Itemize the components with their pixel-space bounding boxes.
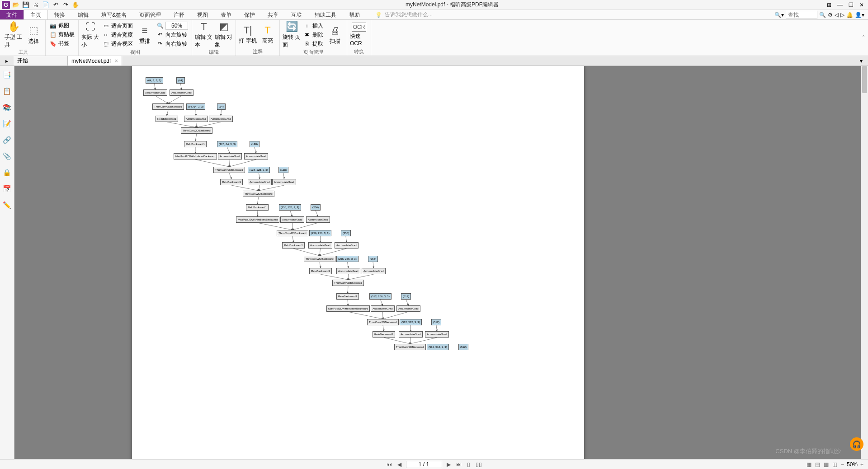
extract-page-button[interactable]: ⎘提取	[302, 39, 324, 48]
tab-connect[interactable]: 互联	[285, 10, 308, 19]
tab-organize[interactable]: 页面管理	[133, 10, 167, 19]
tab-comment[interactable]: 注释	[167, 10, 191, 19]
clipboard-button[interactable]: 📋剪贴板	[48, 30, 75, 39]
actual-size-button[interactable]: ⛶实际 大小	[81, 21, 99, 49]
group-tools-label: 工具	[5, 49, 42, 55]
group-view-label: 视图	[81, 49, 189, 55]
group-page-label: 页面管理	[283, 49, 344, 55]
bookmark-button[interactable]: 🔖书签	[48, 39, 75, 48]
hand-tool-button[interactable]: ✋手型 工具	[5, 21, 23, 49]
app-logo: G	[2, 1, 10, 9]
document-tab-bar: ▸ 开始 myNetModel.pdf× ▾	[0, 56, 868, 66]
tab-start[interactable]: 开始	[14, 56, 68, 66]
ribbon-opts-icon[interactable]: ⊞	[825, 2, 834, 8]
search-go-icon[interactable]: 🔍	[819, 12, 826, 18]
scan-button[interactable]: 🖨扫描	[326, 21, 344, 49]
group-convert-label: 转换	[350, 48, 368, 55]
reflow-button[interactable]: ≡重排	[136, 21, 154, 49]
typewriter-button[interactable]: T|打 字机	[239, 21, 257, 48]
sidepanel-toggle[interactable]: ▸	[0, 56, 14, 66]
tab-file[interactable]: 文件	[0, 10, 24, 19]
scroll-mode-toggle[interactable]: ▾	[854, 56, 868, 66]
close-button[interactable]: ✕	[857, 2, 866, 8]
ocr-button[interactable]: OCR快速 OCR	[350, 21, 368, 48]
quick-access-toolbar: G 📂 💾 🖨 📄 ↶ ↷ ✋ myNetModel.pdf - 福昕高级PDF…	[0, 0, 868, 10]
redo-button[interactable]: ↷	[61, 1, 70, 9]
fit-page-button[interactable]: ▭适合页面	[101, 21, 134, 30]
ribbon-tabs: 文件 主页 转换 编辑 填写&签名 页面管理 注释 视图 表单 保护 共享 互联…	[0, 10, 868, 20]
new-doc-button[interactable]: 📄	[42, 1, 50, 9]
tab-help[interactable]: 帮助	[343, 10, 366, 19]
group-comment-label: 注释	[239, 48, 277, 55]
tab-home[interactable]: 主页	[24, 10, 48, 19]
open-button[interactable]: 📂	[12, 1, 20, 9]
delete-page-button[interactable]: ✖删除	[302, 30, 324, 39]
rotate-page-button[interactable]: 🔄旋转 页面	[283, 21, 301, 49]
select-tool-button[interactable]: ⬚选择	[24, 21, 42, 49]
search-input[interactable]	[786, 11, 817, 19]
edit-object-button[interactable]: ◩编辑 对象	[215, 21, 233, 49]
maximize-button[interactable]: ❐	[846, 2, 855, 8]
fit-width-button[interactable]: ↔适合宽度	[101, 30, 134, 39]
collapse-ribbon-button[interactable]: ˄	[859, 20, 868, 56]
edit-text-button[interactable]: T编辑 文本	[195, 21, 213, 49]
tab-fill-sign[interactable]: 填写&签名	[95, 10, 133, 19]
nav-fwd-icon[interactable]: ▷	[840, 12, 844, 18]
group-edit-label: 编辑	[195, 49, 233, 55]
save-button[interactable]: 💾	[22, 1, 30, 9]
snapshot-button[interactable]: 📷截图	[48, 21, 75, 30]
settings-icon[interactable]: ⚙	[828, 12, 833, 18]
print-button[interactable]: 🖨	[32, 1, 40, 9]
minimize-button[interactable]: —	[835, 2, 844, 8]
tab-edit[interactable]: 编辑	[71, 10, 95, 19]
tab-document[interactable]: myNetModel.pdf×	[68, 56, 122, 66]
highlight-button[interactable]: T高亮	[259, 21, 277, 48]
nav-back-icon[interactable]: ◁	[835, 12, 839, 18]
insert-page-button[interactable]: ＋插入	[302, 21, 324, 30]
close-tab-icon[interactable]: ×	[115, 58, 118, 64]
tab-protect[interactable]: 保护	[238, 10, 261, 19]
tab-accessibility[interactable]: 辅助工具	[308, 10, 343, 19]
tab-share[interactable]: 共享	[261, 10, 285, 19]
bell-icon[interactable]: 🔔	[846, 12, 853, 18]
rotate-left-button[interactable]: ↶向左旋转	[156, 30, 189, 39]
search-mode-icon[interactable]: 🔍▾	[774, 12, 784, 18]
zoom-input[interactable]	[165, 22, 188, 30]
hand-qat-button[interactable]: ✋	[71, 1, 80, 9]
tab-view[interactable]: 视图	[191, 10, 214, 19]
rotate-right-button[interactable]: ↷向右旋转	[156, 39, 189, 48]
user-icon[interactable]: 👤▾	[855, 12, 864, 18]
ribbon: ✋手型 工具 ⬚选择 工具 📷截图 📋剪贴板 🔖书签 ⛶实际 大小 ▭适合页面 …	[0, 20, 868, 56]
undo-button[interactable]: ↶	[52, 1, 60, 9]
group-clip-label	[48, 48, 75, 55]
tab-convert[interactable]: 转换	[48, 10, 71, 19]
zoom-out-icon[interactable]: 🔍	[156, 23, 164, 29]
tell-me-box[interactable]: 告诉我您想做什么...	[366, 10, 774, 19]
fit-visible-button[interactable]: ⬚适合视区	[101, 39, 134, 48]
window-title: myNetModel.pdf - 福昕高级PDF编辑器	[81, 1, 823, 9]
tab-form[interactable]: 表单	[214, 10, 238, 19]
